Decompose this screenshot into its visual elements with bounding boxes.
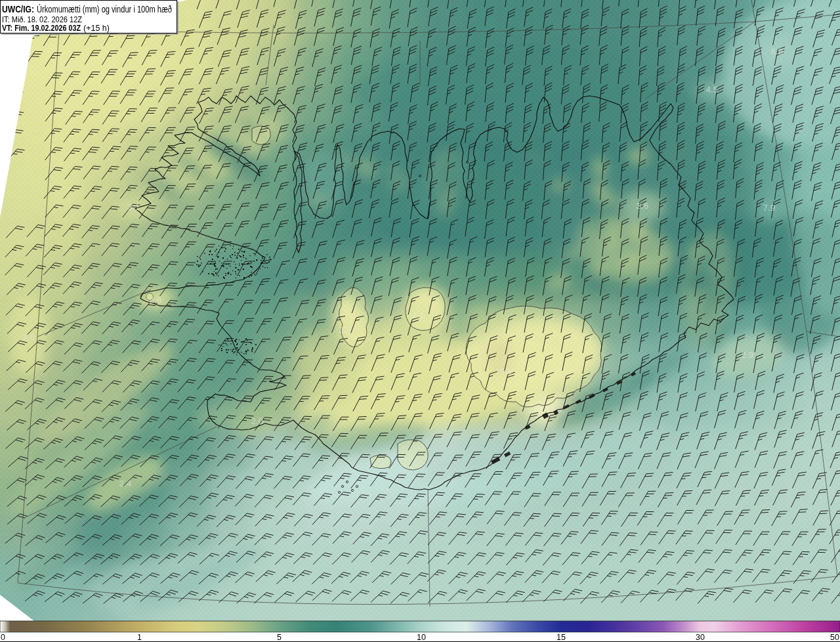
svg-text:10: 10 [417,633,426,642]
svg-text:3.1: 3.1 [128,202,140,212]
svg-text:2.6: 2.6 [23,332,35,342]
svg-text:50: 50 [830,633,839,642]
svg-text:6.8: 6.8 [771,47,784,56]
svg-text:1.7: 1.7 [340,325,352,335]
svg-text:2.0: 2.0 [251,416,264,426]
svg-text:2.4: 2.4 [119,479,132,488]
svg-text:2.9: 2.9 [742,350,754,360]
svg-text:0: 0 [1,633,5,642]
svg-text:0.6: 0.6 [500,366,513,376]
svg-text:30: 30 [696,633,705,642]
svg-text:Úrkomumætti (mm) og vindur i 1: Úrkomumætti (mm) og vindur i 100m hæð [37,4,172,14]
svg-text:3.6: 3.6 [637,201,649,211]
svg-text:15: 15 [556,633,566,642]
svg-text:5: 5 [277,633,282,642]
svg-text:4.5: 4.5 [706,85,719,95]
svg-text:UWC/IG:: UWC/IG: [2,4,34,14]
svg-text:VT: Fim. 19.02.2026 03Z: VT: Fim. 19.02.2026 03Z [2,23,81,33]
svg-text:1.1: 1.1 [412,310,425,320]
svg-text:2.8: 2.8 [150,295,162,305]
svg-text:(+15 h): (+15 h) [83,23,110,33]
svg-text:7.9: 7.9 [763,203,776,213]
svg-text:1: 1 [137,633,142,642]
